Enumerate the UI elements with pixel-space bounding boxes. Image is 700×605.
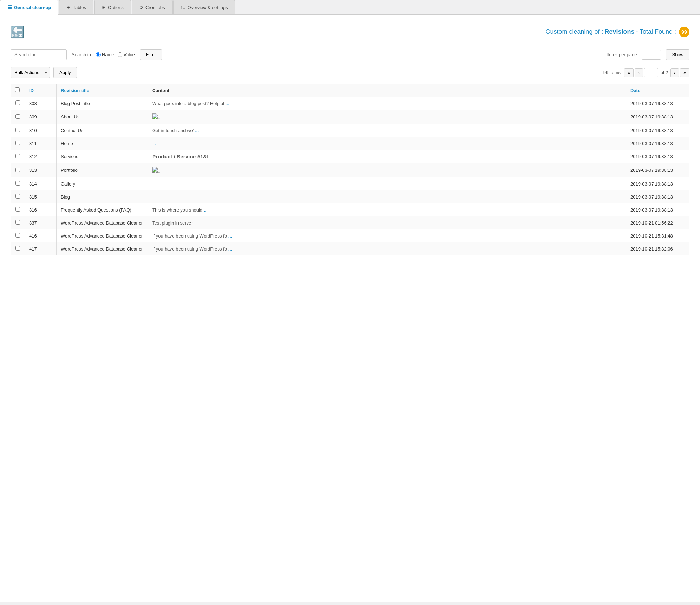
row-id: 308	[25, 97, 57, 110]
row-revision-title: Gallery	[57, 177, 148, 190]
row-checkbox[interactable]	[15, 128, 20, 132]
header-title: Custom cleaning of : Revisions - Total F…	[545, 27, 689, 37]
tab-tables[interactable]: ⊞ Tables	[59, 0, 93, 14]
tab-tables-label: Tables	[73, 5, 86, 10]
table-row: 308 Blog Post Title What goes into a blo…	[11, 97, 689, 110]
tab-cron-jobs[interactable]: ↺ Cron jobs	[132, 0, 173, 14]
row-revision-title: Contact Us	[57, 124, 148, 137]
row-id: 312	[25, 150, 57, 163]
bulk-actions-select[interactable]: Bulk Actions	[11, 67, 50, 78]
row-date: 2019-10-21 15:32:06	[626, 242, 689, 255]
row-revision-title: WordPress Advanced Database Cleaner	[57, 242, 148, 255]
th-date[interactable]: Date	[626, 84, 689, 97]
items-per-page-input[interactable]: 50	[642, 50, 661, 60]
row-revision-title: WordPress Advanced Database Cleaner	[57, 216, 148, 229]
row-content: ...	[148, 163, 626, 177]
row-date: 2019-03-07 19:38:13	[626, 150, 689, 163]
row-content: Test plugin in server	[148, 216, 626, 229]
content-link[interactable]: ...	[152, 141, 156, 146]
row-revision-title: Services	[57, 150, 148, 163]
table-row: 416 WordPress Advanced Database Cleaner …	[11, 229, 689, 242]
apply-button[interactable]: Apply	[53, 67, 77, 78]
row-revision-title: Blog	[57, 190, 148, 203]
content-link[interactable]: ...	[210, 154, 214, 160]
cron-jobs-icon: ↺	[139, 5, 143, 10]
search-in-label: Search in	[72, 52, 91, 57]
row-content: ...	[148, 137, 626, 150]
total-found-label: - Total Found :	[636, 28, 676, 35]
row-checkbox[interactable]	[15, 207, 20, 212]
table-row: 310 Contact Us Get in touch and we' ... …	[11, 124, 689, 137]
back-button[interactable]: 🔙	[11, 25, 25, 39]
radio-name-input[interactable]	[96, 52, 101, 57]
tab-overview-settings[interactable]: ↑↓ Overview & settings	[173, 0, 235, 14]
select-all-checkbox[interactable]	[15, 87, 20, 92]
page-input[interactable]: 1	[644, 68, 658, 77]
row-checkbox[interactable]	[15, 100, 20, 105]
row-revision-title: Home	[57, 137, 148, 150]
content-link[interactable]	[152, 113, 158, 119]
filter-button[interactable]: Filter	[140, 49, 162, 60]
row-checkbox[interactable]	[15, 141, 20, 145]
th-content[interactable]: Content	[148, 84, 626, 97]
row-content: Get in touch and we' ...	[148, 124, 626, 137]
row-checkbox[interactable]	[15, 233, 20, 238]
page-first-button[interactable]: «	[624, 68, 634, 77]
tab-options[interactable]: ⊞ Options	[94, 0, 131, 14]
tab-general-cleanup-label: General clean-up	[14, 5, 51, 10]
row-date: 2019-03-07 19:38:13	[626, 203, 689, 216]
row-checkbox[interactable]	[15, 220, 20, 225]
options-icon: ⊞	[102, 5, 106, 10]
row-checkbox[interactable]	[15, 114, 20, 119]
show-button[interactable]: Show	[666, 49, 689, 60]
row-content: What goes into a blog post? Helpful ...	[148, 97, 626, 110]
items-per-page-label: Items per page	[607, 52, 637, 57]
row-content: If you have been using WordPress fo ...	[148, 242, 626, 255]
page-last-button[interactable]: »	[680, 68, 689, 77]
row-checkbox-cell	[11, 216, 25, 229]
radio-name-label[interactable]: Name	[96, 52, 114, 57]
row-checkbox[interactable]	[15, 154, 20, 158]
radio-value-label[interactable]: Value	[118, 52, 135, 57]
row-checkbox-cell	[11, 137, 25, 150]
row-content: Product / Service #1&l ...	[148, 150, 626, 163]
custom-cleaning-label: Custom cleaning of :	[545, 28, 603, 35]
row-checkbox[interactable]	[15, 168, 20, 172]
tab-general-cleanup[interactable]: ☰ General clean-up	[0, 0, 58, 15]
row-checkbox-cell	[11, 163, 25, 177]
nav-tabs: ☰ General clean-up ⊞ Tables ⊞ Options ↺ …	[0, 0, 700, 15]
content-link[interactable]: ...	[228, 233, 232, 239]
row-id: 310	[25, 124, 57, 137]
row-checkbox-cell	[11, 124, 25, 137]
table-row: 315 Blog 2019-03-07 19:38:13	[11, 190, 689, 203]
actions-row: Bulk Actions Apply 99 items « ‹ 1 of 2 ›…	[11, 67, 689, 78]
row-content: If you have been using WordPress fo ...	[148, 229, 626, 242]
content-link[interactable]: ...	[226, 101, 229, 106]
row-checkbox[interactable]	[15, 181, 20, 186]
row-checkbox-cell	[11, 150, 25, 163]
row-revision-title: WordPress Advanced Database Cleaner	[57, 229, 148, 242]
radio-value-input[interactable]	[118, 52, 122, 57]
row-date: 2019-10-21 15:31:48	[626, 229, 689, 242]
row-id: 416	[25, 229, 57, 242]
content-link[interactable]: ...	[195, 128, 199, 133]
content-link[interactable]: ...	[228, 246, 232, 252]
th-id[interactable]: ID	[25, 84, 57, 97]
row-checkbox[interactable]	[15, 194, 20, 199]
row-checkbox[interactable]	[15, 246, 20, 251]
content-link[interactable]: ...	[204, 207, 208, 213]
row-revision-title: Blog Post Title	[57, 97, 148, 110]
table-row: 417 WordPress Advanced Database Cleaner …	[11, 242, 689, 255]
row-checkbox-cell	[11, 242, 25, 255]
search-input[interactable]	[11, 49, 67, 60]
th-checkbox	[11, 84, 25, 97]
entity-name: Revisions	[604, 28, 634, 35]
th-revision-title[interactable]: Revision title	[57, 84, 148, 97]
page-next-button[interactable]: ›	[670, 68, 679, 77]
filter-row: Search in Name Value Filter Items per pa…	[11, 49, 689, 60]
table-header-row: ID Revision title Content Date	[11, 84, 689, 97]
row-id: 313	[25, 163, 57, 177]
page-prev-button[interactable]: ‹	[635, 68, 643, 77]
content-link[interactable]	[152, 167, 158, 173]
tables-icon: ⊞	[66, 5, 71, 10]
